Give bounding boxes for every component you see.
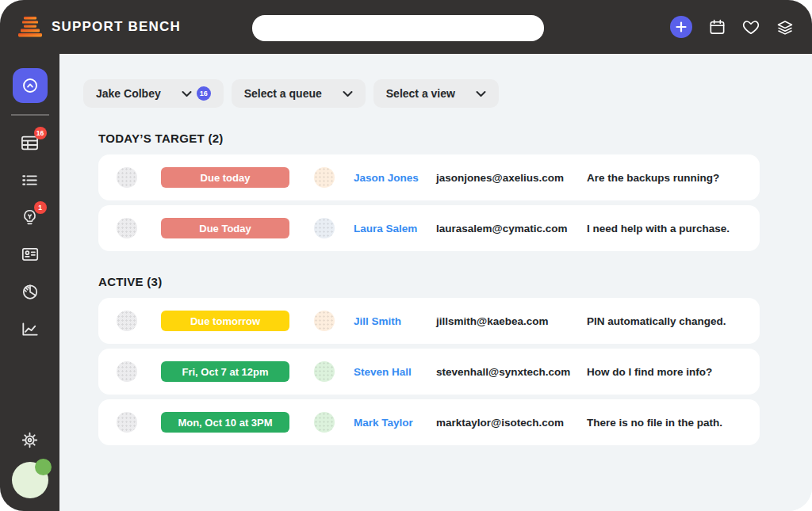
layers-icon[interactable] (776, 17, 795, 36)
ticket-sections: Today’s Target (2) Due today Jason Jones… (59, 132, 812, 445)
settings-button[interactable] (13, 422, 48, 457)
contact-email: jasonjones@axelius.com (436, 172, 587, 184)
ticket-section: Active (3) Due tomorrow Jill Smith jills… (59, 275, 812, 445)
heart-icon[interactable] (741, 17, 760, 36)
chevron-down-icon (343, 90, 353, 97)
sidebar-item-tickets[interactable]: 16 (13, 124, 48, 161)
contact-avatar (314, 412, 335, 433)
view-dropdown-label: Select a view (386, 87, 455, 100)
contact-email: jillsmith@kaebea.com (436, 315, 587, 327)
contact-avatar (314, 361, 335, 382)
contact-avatar (314, 218, 335, 238)
sidebar-item-home[interactable] (13, 68, 48, 103)
due-badge: Fri, Oct 7 at 12pm (161, 361, 289, 382)
row-status-circle[interactable] (117, 167, 137, 188)
ticket-row[interactable]: Due today Jason Jones jasonjones@axelius… (98, 154, 760, 200)
chevron-down-icon (476, 90, 486, 97)
user-avatar[interactable] (12, 462, 48, 498)
contact-name-link[interactable]: Steven Hall (354, 366, 436, 378)
row-status-circle[interactable] (117, 218, 137, 238)
agent-dropdown-label: Jake Colbey (96, 87, 161, 100)
ticket-subject: Are the backups running? (587, 172, 719, 184)
contact-avatar (314, 167, 335, 188)
contact-name-link[interactable]: Jason Jones (354, 172, 436, 184)
contact-avatar (314, 311, 335, 331)
due-badge: Due today (161, 167, 289, 188)
contact-email: marktaylor@isotech.com (436, 417, 587, 429)
section-rows: Due tomorrow Jill Smith jillsmith@kaebea… (98, 298, 812, 445)
section-rows: Due today Jason Jones jasonjones@axelius… (98, 154, 812, 251)
tickets-badge: 16 (34, 127, 47, 139)
pie-chart-icon (20, 281, 40, 302)
agent-count-badge: 16 (197, 86, 211, 101)
contact-name-link[interactable]: Jill Smith (354, 315, 436, 327)
insights-badge: 1 (34, 201, 47, 214)
ticket-row[interactable]: Mon, Oct 10 at 3PM Mark Taylor marktaylo… (98, 399, 760, 445)
brand-name: Support Bench (52, 19, 181, 35)
id-card-icon (20, 244, 40, 265)
sidebar-item-reports[interactable] (13, 273, 48, 310)
contact-email: stevenhall@synxtech.com (436, 366, 587, 378)
filter-bar: Jake Colbey 16 Select a queue Select a v… (83, 79, 812, 108)
contact-name-link[interactable]: Mark Taylor (354, 417, 436, 429)
ticket-subject: PIN automatically changed. (587, 315, 726, 327)
contact-email: laurasalem@cymatic.com (436, 223, 587, 235)
ticket-row[interactable]: Due Today Laura Salem laurasalem@cymatic… (98, 205, 760, 251)
sidebar-divider (11, 114, 49, 116)
add-button[interactable] (670, 16, 692, 38)
view-dropdown[interactable]: Select a view (373, 79, 499, 108)
sidebar-item-insights[interactable]: 1 (13, 199, 48, 235)
line-chart-icon (20, 318, 40, 339)
ticket-subject: I need help with a purchase. (587, 223, 730, 235)
main-content: Jake Colbey 16 Select a queue Select a v… (59, 54, 812, 511)
list-icon (20, 170, 40, 190)
chevron-down-icon (182, 90, 192, 97)
calendar-icon[interactable] (707, 17, 726, 36)
row-status-circle[interactable] (117, 412, 137, 433)
sidebar-item-analytics[interactable] (13, 311, 48, 347)
due-badge: Due tomorrow (161, 311, 289, 331)
agent-dropdown[interactable]: Jake Colbey 16 (83, 79, 224, 108)
brand: Support Bench (15, 14, 181, 40)
search-input[interactable] (252, 15, 544, 41)
app-window: Support Bench (0, 0, 812, 511)
due-badge: Due Today (161, 218, 289, 238)
sidebar-item-list[interactable] (13, 162, 48, 198)
section-title: Today’s Target (2) (98, 132, 812, 145)
row-status-circle[interactable] (117, 361, 137, 382)
queue-dropdown[interactable]: Select a queue (232, 79, 366, 108)
sidebar: 16 1 (0, 54, 59, 511)
due-badge: Mon, Oct 10 at 3PM (161, 412, 289, 433)
ticket-row[interactable]: Due tomorrow Jill Smith jillsmith@kaebea… (98, 298, 760, 344)
gear-icon (19, 429, 40, 451)
home-icon (20, 75, 40, 96)
ticket-subject: There is no file in the path. (587, 417, 722, 429)
section-title: Active (3) (98, 275, 812, 288)
ticket-section: Today’s Target (2) Due today Jason Jones… (59, 132, 812, 251)
ticket-row[interactable]: Fri, Oct 7 at 12pm Steven Hall stevenhal… (98, 349, 760, 395)
topbar-actions (670, 0, 795, 54)
queue-dropdown-label: Select a queue (244, 87, 322, 100)
ticket-subject: How do I find more info? (587, 366, 712, 378)
support-bench-logo-icon (15, 14, 45, 40)
sidebar-bottom (0, 422, 59, 498)
sidebar-item-contacts[interactable] (13, 236, 48, 273)
topbar: Support Bench (0, 0, 812, 54)
plus-icon (676, 21, 687, 32)
row-status-circle[interactable] (117, 311, 137, 331)
avatar-status-dot (35, 459, 52, 475)
contact-name-link[interactable]: Laura Salem (354, 223, 436, 235)
